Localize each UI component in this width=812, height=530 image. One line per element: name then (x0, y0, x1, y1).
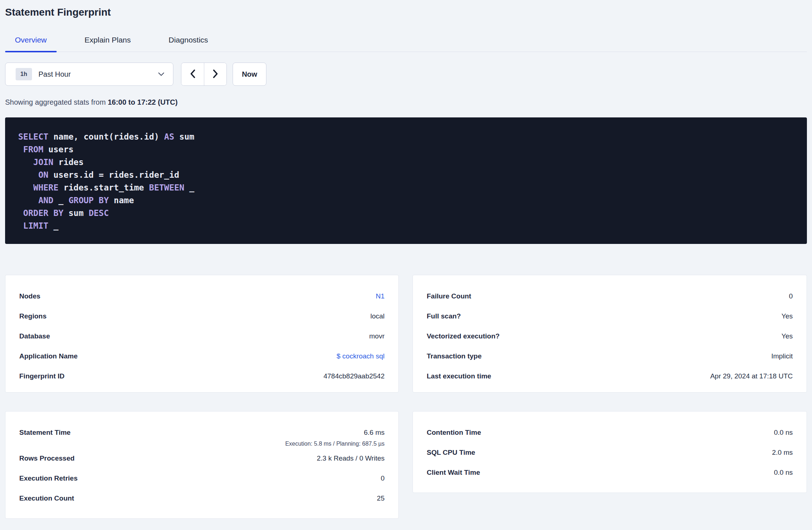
stat-value: Yes (781, 312, 793, 320)
stat-row: Contention Time0.0 ns (427, 422, 793, 442)
sql-line: LIMIT _ (18, 220, 794, 232)
stat-row: Full scan?Yes (427, 306, 793, 326)
sql-text: _ (184, 183, 194, 192)
sql-keyword: LIMIT (23, 221, 48, 230)
stat-value-link[interactable]: $ cockroach sql (337, 352, 385, 360)
stat-label: Database (19, 332, 50, 340)
stat-value: 0 (381, 474, 385, 482)
tab-overview[interactable]: Overview (5, 36, 57, 52)
time-picker-row: 1h Past Hour Now (5, 63, 807, 86)
stat-value: Apr 29, 2024 at 17:18 UTC (710, 372, 793, 380)
sql-text: name, count(rides.id) (48, 132, 164, 141)
sql-keyword: WHERE (33, 183, 59, 192)
sql-keyword: FROM (23, 145, 43, 154)
sql-text (18, 208, 23, 218)
stat-value: Yes (781, 332, 793, 340)
stat-label: Execution Count (19, 494, 74, 502)
time-interval-badge: 1h (16, 68, 32, 80)
stat-value: 25 (377, 494, 385, 502)
stat-label: SQL CPU Time (427, 449, 475, 457)
time-range-dropdown[interactable]: 1h Past Hour (5, 63, 173, 86)
sql-text (18, 157, 33, 167)
stat-label: Full scan? (427, 312, 461, 320)
stat-row: Statement Time6.6 msExecution: 5.8 ms / … (19, 422, 385, 448)
stat-value: 0.0 ns (774, 469, 793, 477)
tab-bar: OverviewExplain PlansDiagnostics (5, 36, 807, 52)
sql-line: JOIN rides (18, 156, 794, 169)
stat-row: Failure Count0 (427, 286, 793, 306)
stat-value: Implicit (771, 352, 793, 360)
card-statement-statistics: Statement Time6.6 msExecution: 5.8 ms / … (5, 411, 399, 519)
summary-cards-row-1: NodesN1RegionslocalDatabasemovrApplicati… (5, 275, 807, 393)
stat-label: Statement Time (19, 422, 71, 442)
sql-keyword: SELECT (18, 132, 48, 141)
stat-label: Failure Count (427, 292, 471, 300)
sql-keyword: GROUP BY (68, 196, 109, 205)
stat-row: Databasemovr (19, 326, 385, 346)
sql-keyword: DESC (89, 208, 109, 218)
stat-subvalue: Execution: 5.8 ms / Planning: 687.5 µs (285, 439, 385, 448)
statement-fingerprint-page: Statement Fingerprint OverviewExplain Pl… (0, 0, 812, 519)
card-resource-usage: Contention Time0.0 nsSQL CPU Time2.0 msC… (413, 411, 807, 493)
stat-row: Regionslocal (19, 306, 385, 326)
stat-value: 0.0 ns (774, 429, 793, 437)
sql-text: rides (53, 157, 84, 167)
stat-row: Execution Retries0 (19, 468, 385, 488)
tab-diagnostics[interactable]: Diagnostics (159, 36, 218, 52)
stat-row: Transaction typeImplicit (427, 346, 793, 366)
sql-text: users (43, 145, 73, 154)
sql-line: FROM users (18, 143, 794, 156)
sql-keyword: AS (164, 132, 174, 141)
sql-text: users.id = rides.rider_id (48, 170, 179, 180)
aggregated-stats-range: 16:00 to 17:22 (UTC) (108, 98, 177, 106)
stat-value: 2.0 ms (772, 449, 793, 457)
now-button[interactable]: Now (233, 63, 266, 86)
sql-keyword: ORDER BY (23, 208, 64, 218)
stat-value-link[interactable]: N1 (376, 292, 385, 300)
stat-label: Client Wait Time (427, 469, 480, 477)
tab-explain-plans[interactable]: Explain Plans (75, 36, 141, 52)
stat-value: 2.3 k Reads / 0 Writes (317, 454, 385, 462)
stat-row: Vectorized execution?Yes (427, 326, 793, 346)
chevron-right-icon (213, 69, 218, 80)
aggregated-stats-line: Showing aggregated stats from 16:00 to 1… (5, 98, 807, 107)
sql-keyword: JOIN (33, 157, 53, 167)
sql-text: _ (53, 196, 69, 205)
sql-text: sum (64, 208, 89, 218)
stat-label: Application Name (19, 352, 77, 360)
stat-row: SQL CPU Time2.0 ms (427, 442, 793, 462)
time-range-label: Past Hour (39, 70, 71, 79)
stat-value: local (370, 312, 385, 320)
aggregated-stats-prefix: Showing aggregated stats from (5, 98, 108, 106)
stat-row: Fingerprint ID4784cb829aab2542 (19, 366, 385, 386)
stat-label: Rows Processed (19, 454, 75, 462)
page-title: Statement Fingerprint (5, 0, 807, 19)
card-overview-info: NodesN1RegionslocalDatabasemovrApplicati… (5, 275, 399, 393)
sql-text: rides.start_time (59, 183, 149, 192)
sql-line: AND _ GROUP BY name (18, 194, 794, 207)
card-execution-attributes: Failure Count0Full scan?YesVectorized ex… (413, 275, 807, 393)
sql-line: ORDER BY sum DESC (18, 207, 794, 220)
stat-label: Contention Time (427, 429, 481, 437)
sql-text: name (109, 196, 134, 205)
stat-row: Execution Count25 (19, 488, 385, 508)
stat-value: 0 (789, 292, 793, 300)
sql-text (18, 170, 38, 180)
chevron-left-icon (190, 69, 196, 80)
stat-label: Last execution time (427, 372, 491, 380)
sql-line: SELECT name, count(rides.id) AS sum (18, 131, 794, 143)
stat-label: Regions (19, 312, 47, 320)
stat-label: Fingerprint ID (19, 372, 65, 380)
chevron-down-icon (158, 72, 164, 76)
sql-text: _ (48, 221, 59, 230)
summary-cards-row-2: Statement Time6.6 msExecution: 5.8 ms / … (5, 411, 807, 519)
previous-time-window-button[interactable] (181, 63, 204, 85)
stat-label: Execution Retries (19, 474, 78, 482)
stat-value-wrap: 6.6 msExecution: 5.8 ms / Planning: 687.… (285, 422, 385, 448)
sql-text (18, 221, 23, 230)
stat-row: Rows Processed2.3 k Reads / 0 Writes (19, 448, 385, 468)
stat-value: 4784cb829aab2542 (323, 372, 385, 380)
stat-row: Application Name$ cockroach sql (19, 346, 385, 366)
next-time-window-button[interactable] (204, 63, 226, 85)
stat-label: Nodes (19, 292, 40, 300)
